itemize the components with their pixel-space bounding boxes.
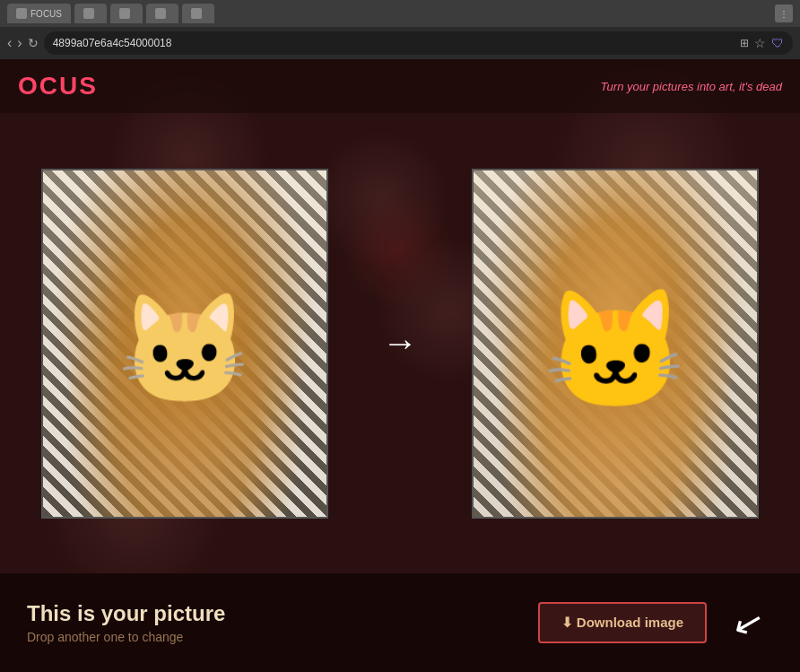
tagline-art: art bbox=[719, 80, 733, 93]
tab-1[interactable]: FOCUS bbox=[7, 4, 71, 23]
tab-bar: FOCUS bbox=[7, 4, 771, 23]
annotation-arrow: ↙ bbox=[729, 601, 768, 643]
back-button[interactable]: ‹ bbox=[7, 35, 12, 51]
tab-3[interactable] bbox=[110, 4, 143, 23]
tab-5-favicon bbox=[191, 8, 202, 19]
address-text: 4899a07e6a4c54000018 bbox=[53, 37, 735, 49]
browser-chrome: FOCUS ⋮ bbox=[0, 0, 800, 27]
tab-favicon bbox=[16, 8, 27, 19]
app-logo: OCUS bbox=[18, 72, 98, 100]
before-cat-image bbox=[43, 170, 326, 517]
forward-button[interactable]: › bbox=[17, 35, 22, 51]
tab-5[interactable] bbox=[182, 4, 214, 23]
bottom-bar: This is your picture Drop another one to… bbox=[0, 573, 800, 672]
translate-icon[interactable]: ⊞ bbox=[740, 37, 749, 49]
transformation-arrow-icon: → bbox=[382, 323, 418, 363]
download-image-button[interactable]: ⬇ Download image bbox=[538, 602, 707, 643]
bottom-right-actions: ⬇ Download image ↙ bbox=[538, 602, 773, 643]
after-image-panel bbox=[472, 169, 759, 519]
bottom-left-info: This is your picture Drop another one to… bbox=[27, 601, 225, 644]
tab-4[interactable] bbox=[146, 4, 178, 23]
tab-1-label: FOCUS bbox=[30, 9, 62, 19]
arrow-container: → bbox=[364, 323, 436, 363]
picture-title: This is your picture bbox=[27, 601, 225, 626]
reload-button[interactable]: ↻ bbox=[28, 36, 39, 50]
tagline-prefix: Turn your pictures into bbox=[601, 80, 719, 93]
picture-subtitle: Drop another one to change bbox=[27, 630, 225, 644]
tagline-suffix: , it's dead bbox=[733, 80, 782, 93]
main-content: → bbox=[0, 113, 800, 573]
tab-2[interactable] bbox=[74, 4, 107, 23]
tab-4-favicon bbox=[155, 8, 166, 19]
app-header: OCUS Turn your pictures into art, it's d… bbox=[0, 59, 800, 113]
before-image-panel bbox=[41, 169, 328, 519]
tab-3-favicon bbox=[119, 8, 130, 19]
app-container: OCUS Turn your pictures into art, it's d… bbox=[0, 59, 800, 672]
after-cat-image bbox=[474, 170, 757, 517]
browser-action-1[interactable]: ⋮ bbox=[775, 4, 793, 22]
app-tagline: Turn your pictures into art, it's dead bbox=[601, 80, 782, 93]
address-bar-row: ‹ › ↻ 4899a07e6a4c54000018 ⊞ ☆ 🛡 bbox=[0, 27, 800, 59]
tab-2-favicon bbox=[83, 8, 94, 19]
shield-icon[interactable]: 🛡 bbox=[771, 36, 784, 50]
address-bar[interactable]: 4899a07e6a4c54000018 ⊞ ☆ 🛡 bbox=[44, 31, 793, 55]
bookmark-star-icon[interactable]: ☆ bbox=[754, 36, 766, 50]
browser-action-icons: ⋮ bbox=[775, 4, 793, 22]
